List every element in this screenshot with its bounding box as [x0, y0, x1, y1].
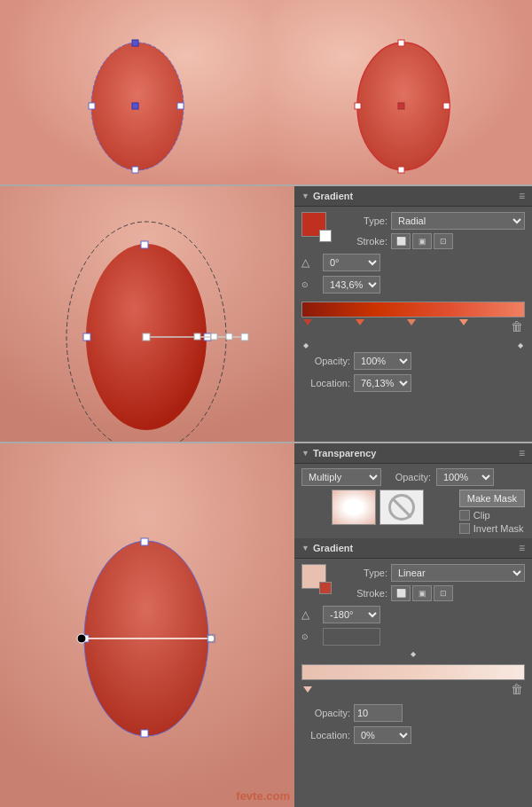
- scale-row-row3: ⊙: [301, 628, 525, 646]
- make-mask-button[interactable]: Make Mask: [459, 490, 525, 507]
- gradient-title-text-row2: Gradient: [313, 191, 353, 201]
- gradient-stop-mid2-row2[interactable]: [407, 319, 416, 325]
- location-row-row3: Location: 0% 50% 100%: [301, 726, 525, 744]
- svg-rect-6: [177, 103, 184, 109]
- type-label-row3: Type:: [339, 568, 387, 578]
- gradient-swatch-row3[interactable]: [301, 564, 326, 589]
- opacity-field-row3[interactable]: 10: [354, 704, 403, 722]
- transparency-content: Multiply Normal Screen Opacity: 100% 50%: [294, 464, 532, 538]
- diamond-center-row3[interactable]: ◆: [411, 650, 416, 658]
- watermark: fevte.com: [236, 789, 290, 803]
- svg-rect-29: [241, 333, 248, 341]
- gradient-stop-mid1-row2[interactable]: [356, 319, 364, 325]
- panel-menu-icon-row2[interactable]: ≡: [519, 190, 525, 202]
- opacity-select-row2[interactable]: 100% 50% 0%: [354, 352, 411, 370]
- stroke-icon-3[interactable]: ⊡: [434, 233, 453, 249]
- stroke-icon-2-row3[interactable]: ▣: [412, 585, 432, 601]
- svg-rect-21: [83, 333, 90, 341]
- transparency-panel-header: ▼ Transparency ≡: [294, 443, 532, 464]
- gradient-stop-left-row3[interactable]: [303, 686, 312, 693]
- gradient-stop-left-row2[interactable]: [303, 319, 312, 325]
- trans-thumbs-container: [301, 490, 454, 525]
- gradient-bar-row2[interactable]: [301, 302, 525, 317]
- angle-row-row3: △ -180° 0° 90°: [301, 606, 525, 623]
- angle-select-row3[interactable]: -180° 0° 90°: [323, 606, 380, 623]
- gradient-title-text-row3: Gradient: [313, 543, 353, 553]
- svg-rect-15: [398, 103, 404, 109]
- diamond-left-row2[interactable]: ◆: [303, 341, 309, 349]
- trans-options: Make Mask Clip Invert Mask: [459, 490, 525, 534]
- angle-icon-row3: △: [301, 608, 319, 621]
- stroke-icon-2[interactable]: ▣: [412, 233, 432, 249]
- angle-row-row2: △ 0° 45° 90°: [301, 254, 525, 271]
- transparency-title-container: ▼ Transparency: [301, 448, 376, 458]
- stroke-icons-row3: ⬜ ▣ ⊡: [391, 585, 453, 601]
- opacity-row-row2: Opacity: 100% 50% 0%: [301, 352, 525, 370]
- canvas-svg-row2: [0, 186, 294, 442]
- stroke-icon-1-row3[interactable]: ⬜: [391, 585, 411, 601]
- type-label-row2: Type:: [339, 215, 387, 226]
- stroke-icon-3-row3[interactable]: ⊡: [434, 585, 453, 601]
- opacity-select-trans[interactable]: 100% 50%: [436, 468, 494, 486]
- invert-checkbox[interactable]: [459, 523, 470, 534]
- transparency-thumbs-row: Make Mask Clip Invert Mask: [301, 490, 525, 534]
- clip-checkbox[interactable]: [459, 510, 470, 521]
- invert-label: Invert Mask: [473, 523, 524, 534]
- delete-stop-row3[interactable]: 🗑: [511, 682, 523, 696]
- gradient-bar-container-row2: 🗑: [301, 302, 525, 333]
- canvas-svg-right-top: [266, 0, 532, 184]
- collapse-arrow-row2[interactable]: ▼: [301, 192, 309, 200]
- svg-rect-5: [89, 103, 95, 109]
- angle-select-row2[interactable]: 0° 45° 90°: [323, 254, 380, 271]
- row3: fevte.com ▼ Transparency ≡ Multiply Norm…: [0, 443, 532, 807]
- svg-rect-4: [132, 167, 138, 173]
- delete-stop-row2[interactable]: 🗑: [511, 319, 523, 333]
- svg-point-38: [77, 634, 86, 643]
- blend-mode-select[interactable]: Multiply Normal Screen: [301, 468, 381, 486]
- gradient-panel-title-row2: ▼ Gradient: [301, 191, 353, 201]
- svg-rect-14: [443, 103, 450, 109]
- type-row-row3: Type: Linear Radial: [339, 564, 525, 582]
- scale-field-row3: [323, 628, 380, 646]
- svg-rect-19: [141, 241, 148, 248]
- svg-rect-11: [398, 40, 404, 46]
- svg-rect-33: [141, 538, 148, 545]
- type-select-row2[interactable]: Radial Linear: [391, 212, 525, 230]
- svg-rect-34: [141, 730, 148, 737]
- transparency-menu-icon[interactable]: ≡: [519, 447, 525, 459]
- location-label-row3: Location:: [301, 730, 350, 740]
- type-select-row3[interactable]: Linear Radial: [391, 564, 525, 582]
- stroke-row-row3: Stroke: ⬜ ▣ ⊡: [339, 585, 525, 601]
- location-select-row2[interactable]: 76,13% 50% 0%: [354, 374, 411, 392]
- type-row-row2: Type: Radial Linear: [339, 212, 525, 230]
- opacity-label-row3: Opacity:: [301, 708, 350, 718]
- gradient-panel-content-row3: Type: Linear Radial Stroke: ⬜ ▣ ⊡: [294, 559, 532, 749]
- transparency-collapse-arrow[interactable]: ▼: [301, 449, 309, 458]
- trans-thumb-gradient[interactable]: [332, 490, 376, 525]
- trans-thumb-no[interactable]: [379, 490, 424, 525]
- gradient-stop-right-row2[interactable]: [459, 319, 468, 325]
- canvas-right-top: [266, 0, 532, 184]
- opacity-label-row2: Opacity:: [301, 356, 350, 366]
- transparency-panel: ▼ Transparency ≡ Multiply Normal Screen …: [294, 443, 532, 538]
- clip-row: Clip: [459, 510, 525, 521]
- diamond-right-row2[interactable]: ◆: [518, 341, 523, 349]
- gradient-menu-icon-row3[interactable]: ≡: [519, 542, 525, 554]
- gradient-swatch-row2[interactable]: [301, 212, 326, 237]
- gradient-panel-row3: ▼ Gradient ≡ Type: Linea: [294, 538, 532, 807]
- angle-icon-row2: △: [301, 256, 319, 269]
- gradient-bar-row3[interactable]: [301, 664, 525, 680]
- svg-rect-3: [132, 40, 138, 46]
- gradient-bar-container-row3: 🗑: [301, 664, 525, 696]
- location-select-row3[interactable]: 0% 50% 100%: [354, 726, 411, 744]
- scale-select-row2[interactable]: 143,6% 100%: [323, 276, 380, 294]
- invert-row: Invert Mask: [459, 523, 525, 534]
- gradient-panel-row2: ▼ Gradient ≡ Type: Radial Linear: [294, 186, 532, 442]
- gradient-panel-header-row2: ▼ Gradient ≡: [294, 186, 532, 207]
- gradient-collapse-arrow-row3[interactable]: ▼: [301, 544, 309, 552]
- location-label-row2: Location:: [301, 378, 350, 388]
- scale-row-row2: ⊙ 143,6% 100%: [301, 276, 525, 294]
- trans-thumbs: [332, 490, 424, 525]
- stroke-icon-1[interactable]: ⬜: [391, 233, 411, 249]
- transparency-title: Transparency: [313, 448, 377, 458]
